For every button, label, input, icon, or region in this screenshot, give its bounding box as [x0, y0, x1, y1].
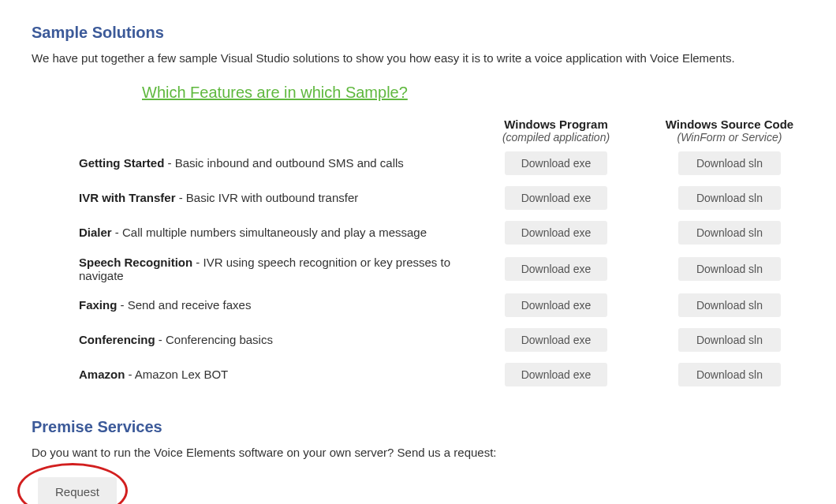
row-name: Amazon: [79, 368, 125, 381]
download-sln-button[interactable]: Download sln: [678, 328, 781, 352]
premise-text: Do you want to run the Voice Elements so…: [32, 444, 804, 462]
download-sln-button[interactable]: Download sln: [678, 151, 781, 175]
download-exe-button[interactable]: Download exe: [505, 363, 607, 386]
download-exe-button[interactable]: Download exe: [505, 257, 607, 281]
row-desc: - Basic IVR with outbound transfer: [176, 191, 359, 204]
download-exe-button[interactable]: Download exe: [505, 186, 607, 210]
col-source-title: Windows Source Code: [655, 118, 804, 131]
table-row: Faxing - Send and receive faxes Download…: [79, 293, 804, 317]
download-sln-button[interactable]: Download sln: [678, 257, 781, 281]
col-program-title: Windows Program: [481, 118, 631, 131]
download-sln-button[interactable]: Download sln: [678, 221, 781, 245]
table-row: Speech Recognition - IVR using speech re…: [79, 256, 804, 282]
request-wrapper: Request: [38, 477, 117, 504]
download-exe-button[interactable]: Download exe: [505, 328, 607, 352]
row-desc: - Amazon Lex BOT: [125, 368, 228, 381]
table-row: Amazon - Amazon Lex BOT Download exe Dow…: [79, 363, 804, 386]
table-row: Getting Started - Basic inbound and outb…: [79, 151, 804, 175]
row-desc: - Send and receive faxes: [117, 298, 251, 312]
features-link[interactable]: Which Features are in which Sample?: [142, 84, 408, 102]
table-row: Dialer - Call multiple numbers simultane…: [79, 221, 804, 245]
premise-title: Premise Services: [32, 418, 804, 436]
premise-services-section: Premise Services Do you want to run the …: [32, 418, 804, 505]
row-name: IVR with Transfer: [79, 191, 176, 204]
row-desc: - Call multiple numbers simultaneously a…: [112, 226, 427, 239]
row-desc: - Conferencing basics: [155, 333, 273, 346]
col-program-subtitle: (compiled application): [481, 131, 631, 144]
download-exe-button[interactable]: Download exe: [505, 293, 607, 317]
solutions-table: Windows Program (compiled application) W…: [79, 118, 804, 386]
solutions-table-header: Windows Program (compiled application) W…: [79, 118, 804, 151]
row-name: Dialer: [79, 226, 112, 239]
sample-solutions-intro: We have put together a few sample Visual…: [32, 50, 804, 68]
row-name: Conferencing: [79, 333, 155, 346]
row-name: Speech Recognition: [79, 256, 192, 269]
row-desc: - Basic inbound and outbound SMS and cal…: [164, 156, 404, 170]
request-button[interactable]: Request: [38, 477, 117, 504]
download-sln-button[interactable]: Download sln: [678, 186, 781, 210]
row-name: Getting Started: [79, 156, 164, 170]
row-name: Faxing: [79, 298, 117, 312]
download-exe-button[interactable]: Download exe: [505, 151, 607, 175]
download-sln-button[interactable]: Download sln: [678, 363, 781, 386]
download-exe-button[interactable]: Download exe: [505, 221, 607, 245]
sample-solutions-section: Sample Solutions We have put together a …: [32, 24, 804, 386]
table-row: Conferencing - Conferencing basics Downl…: [79, 328, 804, 352]
sample-solutions-title: Sample Solutions: [32, 24, 804, 42]
col-source-subtitle: (WinForm or Service): [655, 131, 804, 144]
download-sln-button[interactable]: Download sln: [678, 293, 781, 317]
table-row: IVR with Transfer - Basic IVR with outbo…: [79, 186, 804, 210]
